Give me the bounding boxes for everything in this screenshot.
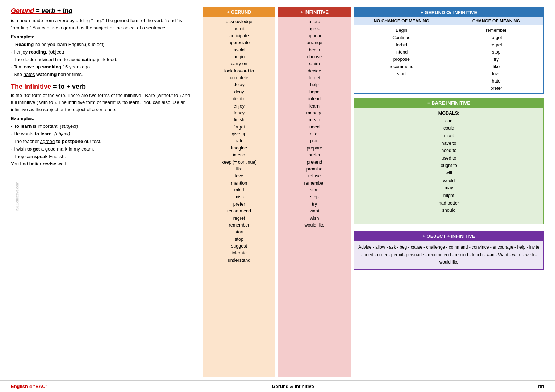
gerund-item: miss — [205, 194, 273, 201]
infinitive-item: refuse — [280, 173, 349, 180]
bare-inf-item: would — [356, 177, 541, 185]
infinitive-item: start — [280, 187, 349, 194]
gerund-example-3: - The doctor advised him to avoid eating… — [11, 56, 192, 64]
gerund-item: remember — [205, 222, 273, 229]
gerund-item: hate — [205, 138, 273, 144]
gi-change-item: hate — [451, 77, 542, 85]
gi-no-change-col: BeginContinueforbidintendproposerecommen… — [354, 25, 449, 93]
modals-label: MODALS: — [356, 110, 541, 117]
gerund-item: fancy — [205, 110, 273, 117]
gerund-item: finish — [205, 117, 273, 123]
gi-change-item: stop — [451, 49, 542, 56]
infinitive-item: begin — [280, 47, 349, 54]
right-panel: + GERUND acknowledgeadmitanticipateappre… — [203, 7, 544, 377]
gi-body: BeginContinueforbidintendproposerecommen… — [354, 25, 543, 93]
gerund-item: stop — [205, 236, 273, 243]
infinitive-column: + INFINITIVE affordagreeappeararrangebeg… — [278, 7, 351, 377]
gerund-col-header: + GERUND — [203, 7, 275, 17]
bare-inf-item: used to — [356, 155, 541, 162]
infinitive-item: prepare — [280, 145, 349, 152]
gerund-item: prefer — [205, 201, 273, 208]
gerund-item: begin — [205, 54, 273, 60]
infinitive-formula: = to + verb — [51, 83, 86, 90]
gerund-item: deny — [205, 89, 273, 96]
inf-example-5: - They can speak English. - — [11, 153, 192, 161]
gerund-item: start — [205, 229, 273, 236]
infinitive-col-body: affordagreeappeararrangebeginchooseclaim… — [278, 17, 351, 377]
infinitive-item: offer — [280, 131, 349, 138]
bare-inf-item: must — [356, 132, 541, 140]
bare-inf-body: MODALS:cancouldmusthave toneed toused to… — [354, 108, 543, 224]
gerund-item: give up — [205, 131, 273, 138]
footer-right: Itri — [538, 384, 544, 389]
gerund-item: delay — [205, 81, 273, 88]
infinitive-description: is the "to" form of the verb. There are … — [11, 92, 192, 113]
gi-no-change-item: Continue — [356, 34, 447, 41]
gerund-item: carry on — [205, 60, 273, 67]
watermark: iSLCollective.com — [15, 182, 19, 210]
infinitive-item: hope — [280, 89, 349, 96]
gerund-title: Gerund = verb + ing — [11, 7, 192, 15]
gerund-item: acknowledge — [205, 18, 273, 25]
gi-change-item: love — [451, 70, 542, 77]
bare-inf-item: may — [356, 184, 541, 192]
bare-inf-item: ... — [356, 214, 541, 222]
infinitive-item: stop — [280, 194, 349, 201]
gerund-item: understand — [205, 257, 273, 264]
bare-inf-item: have to — [356, 140, 541, 147]
gerund-item: admit — [205, 25, 273, 32]
gerund-description: is a noun made from a verb by adding "-i… — [11, 17, 192, 31]
bare-infinitive-table: + BARE INFINITIVE MODALS:cancouldmusthav… — [354, 98, 544, 224]
footer-left: English 4 "BAC" — [11, 384, 48, 389]
gerund-example-1: - Reading helps you learn English.( subj… — [11, 41, 192, 49]
infinitive-item: promise — [280, 166, 349, 173]
infinitive-item: intend — [280, 96, 349, 102]
infinitive-item: try — [280, 201, 349, 208]
gi-no-change-item: start — [356, 70, 447, 77]
gerund-formula: = verb + ing — [34, 7, 72, 14]
footer: English 4 "BAC" Gerund & Infinitive Itri — [0, 380, 555, 392]
gi-change-item: remember — [451, 27, 542, 34]
left-panel: Gerund = verb + ing is a noun made from … — [11, 7, 199, 377]
gi-no-change-item: forbid — [356, 41, 447, 49]
bare-inf-header: + BARE INFINITIVE — [354, 98, 543, 108]
gerund-item: suggest — [205, 243, 273, 250]
infinitive-item: forget — [280, 75, 349, 81]
infinitive-item: claim — [280, 60, 349, 67]
inf-example-2: - He wants to learn. (object) — [11, 130, 192, 138]
bare-inf-item: might — [356, 192, 541, 199]
infinitive-item: afford — [280, 18, 349, 25]
infinitive-item: want — [280, 208, 349, 215]
gerund-col-body: acknowledgeadmitanticipateappreciateavoi… — [203, 17, 275, 377]
gi-no-change-item: intend — [356, 49, 447, 56]
gi-no-change-item: propose — [356, 56, 447, 63]
inf-example-4: - I wish to get a good mark in my exam. — [11, 146, 192, 153]
gi-no-change-header: NO CHANGE OF MEANING — [354, 17, 449, 25]
infinitive-item: decide — [280, 68, 349, 75]
gerund-or-infinitive-table: + GERUND Or INFINITIVE NO CHANGE OF MEAN… — [354, 7, 544, 94]
bare-inf-item: should — [356, 207, 541, 214]
gerund-example-5: - She hates watching horror films. — [11, 71, 192, 79]
gerund-item: enjoy — [205, 103, 273, 110]
inf-example-6: You had better revise well. — [11, 160, 192, 168]
infinitive-item: remember — [280, 180, 349, 187]
infinitive-title: The Infinitive = to + verb — [11, 83, 192, 90]
gerund-item: appreciate — [205, 39, 273, 46]
infinitive-word: The Infinitive — [11, 83, 51, 90]
infinitive-item: mean — [280, 117, 349, 123]
infinitive-col-header: + INFINITIVE — [278, 7, 351, 17]
gi-no-change-item: recommend — [356, 63, 447, 70]
gerund-item: look forward to — [205, 68, 273, 75]
gerund-word: Gerund — [11, 7, 34, 14]
gerund-item: anticipate — [205, 33, 273, 39]
bare-inf-item: can — [356, 117, 541, 125]
obj-inf-header: + OBJECT + INFINITIVE — [354, 232, 543, 241]
gerund-column: + GERUND acknowledgeadmitanticipateappre… — [203, 7, 275, 377]
gerund-item: regret — [205, 215, 273, 222]
gi-change-col: rememberforgetregretstoptrylikelovehatep… — [449, 25, 544, 93]
infinitive-item: need — [280, 124, 349, 131]
infinitive-item: appear — [280, 33, 349, 39]
right-tables: + GERUND Or INFINITIVE NO CHANGE OF MEAN… — [354, 7, 544, 377]
gerund-item: imagine — [205, 145, 273, 152]
gi-change-item: try — [451, 56, 542, 63]
